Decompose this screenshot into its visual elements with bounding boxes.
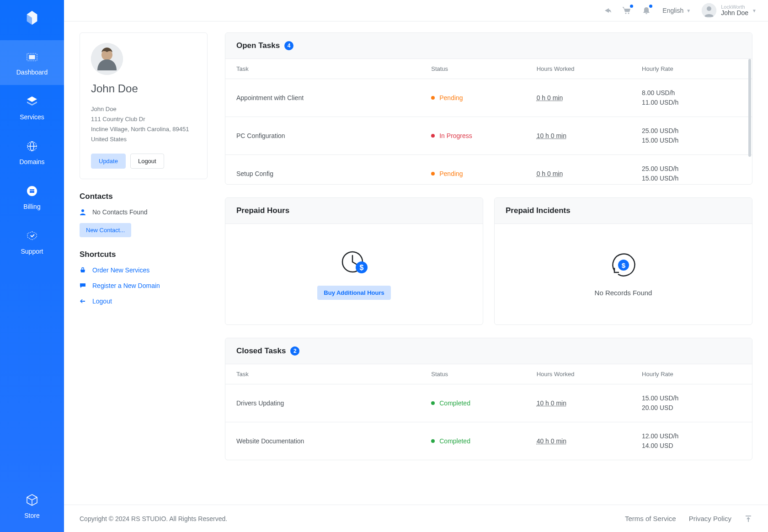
nav-services-label: Services <box>20 113 44 121</box>
cart-icon[interactable] <box>622 5 632 16</box>
share-icon[interactable] <box>603 5 613 16</box>
hours-cell: 0 h 0 min <box>526 79 631 117</box>
nav-store[interactable]: Store <box>0 483 64 532</box>
rate-cell: 25.00 USD/h15.00 USD/h <box>631 117 752 155</box>
shortcuts-section: Shortcuts Order New Services Register a … <box>80 250 208 305</box>
rate-cell: 15.00 USD/h20.00 USD <box>631 384 752 422</box>
svg-text:$: $ <box>621 261 625 269</box>
user-avatar <box>702 3 716 18</box>
status-text: Completed <box>439 399 470 407</box>
buy-hours-button[interactable]: Buy Additional Hours <box>317 286 390 300</box>
profile-address: John Doe 111 Country Club Dr Incline Vil… <box>91 104 196 144</box>
rate-cell: 25.00 USD/h15.00 USD/h <box>631 155 752 185</box>
logo-icon <box>23 9 41 27</box>
no-records-text: No Records Found <box>595 289 652 297</box>
user-info: LockWorth John Doe <box>721 4 748 16</box>
address-line: 111 Country Club Dr <box>91 114 196 124</box>
prepaid-row: Prepaid Hours $ Buy Additional Hours Pre… <box>225 197 752 325</box>
task-cell: Appointment with Client <box>225 79 420 117</box>
language-label: English <box>662 7 683 14</box>
col-rate: Hourly Rate <box>631 59 752 79</box>
open-tasks-title: Open Tasks <box>236 41 280 50</box>
shortcut-order-services[interactable]: Order New Services <box>80 266 208 274</box>
privacy-link[interactable]: Privacy Policy <box>689 515 731 522</box>
scrollbar[interactable] <box>748 59 751 157</box>
rate-cell: 12.00 USD/h14.00 USD <box>631 422 752 460</box>
table-row[interactable]: Website DocumentationCompleted40 h 0 min… <box>225 422 752 460</box>
status-cell: Completed <box>420 384 525 422</box>
prepaid-hours-header: Prepaid Hours <box>225 198 483 224</box>
copyright: Copyright © 2024 RS STUDIO. All Rights R… <box>80 515 227 522</box>
notification-badge-dot <box>649 5 652 8</box>
shortcut-logout[interactable]: Logout <box>80 298 208 305</box>
tos-link[interactable]: Terms of Service <box>625 515 676 522</box>
prepaid-incidents-title: Prepaid Incidents <box>506 206 571 215</box>
open-tasks-table: Task Status Hours Worked Hourly Rate <box>225 59 752 79</box>
profile-buttons: Update Logout <box>91 154 196 169</box>
sidebar: Dashboard Services Domains Billing Suppo… <box>0 0 64 532</box>
open-tasks-count: 4 <box>284 41 293 50</box>
user-name: John Doe <box>721 10 748 16</box>
nav-domains-label: Domains <box>19 158 44 165</box>
cart-badge-dot <box>630 5 633 8</box>
svg-text:$: $ <box>359 264 363 271</box>
services-icon <box>24 93 40 110</box>
shortcut-label: Register a New Domain <box>92 282 160 289</box>
dashboard-icon <box>24 48 40 65</box>
basket-icon <box>80 267 89 273</box>
nav-domains[interactable]: Domains <box>0 130 64 175</box>
update-button[interactable]: Update <box>91 154 126 169</box>
prepaid-incidents-header: Prepaid Incidents <box>495 198 752 224</box>
address-line: United States <box>91 134 196 144</box>
shortcuts-title: Shortcuts <box>80 250 208 259</box>
nav-services[interactable]: Services <box>0 85 64 130</box>
refresh-money-icon: $ <box>609 250 638 280</box>
language-selector[interactable]: English ▼ <box>662 7 691 14</box>
billing-icon <box>24 183 40 199</box>
nav-store-label: Store <box>24 512 39 519</box>
shortcut-register-domain[interactable]: Register a New Domain <box>80 282 208 289</box>
nav-billing-label: Billing <box>23 203 40 210</box>
address-line: John Doe <box>91 104 196 114</box>
topbar: English ▼ LockWorth John Doe ▼ <box>64 0 768 21</box>
svg-point-11 <box>707 6 711 11</box>
hours-text[interactable]: 0 h 0 min <box>537 94 563 101</box>
hours-cell: 0 h 0 min <box>526 155 631 185</box>
task-cell: Drivers Updating <box>225 384 420 422</box>
contacts-empty-text: No Contacts Found <box>92 208 148 216</box>
new-contact-button[interactable]: New Contact... <box>80 223 131 237</box>
table-row[interactable]: PC ConfigurationIn Progress10 h 0 min25.… <box>225 117 752 155</box>
status-dot-icon <box>431 439 435 443</box>
col-hours: Hours Worked <box>526 364 631 384</box>
footer: Copyright © 2024 RS STUDIO. All Rights R… <box>64 505 768 532</box>
nav-support[interactable]: Support <box>0 219 64 264</box>
hours-text[interactable]: 10 h 0 min <box>537 399 566 407</box>
task-cell: Website Documentation <box>225 422 420 460</box>
profile-name: John Doe <box>91 82 196 95</box>
left-column: John Doe John Doe 111 Country Club Dr In… <box>80 32 208 532</box>
col-status: Status <box>420 59 525 79</box>
table-row[interactable]: Appointment with ClientPending0 h 0 min8… <box>225 79 752 117</box>
status-dot-icon <box>431 134 435 138</box>
prepaid-hours-panel: Prepaid Hours $ Buy Additional Hours <box>225 197 483 325</box>
nav-billing[interactable]: Billing <box>0 175 64 219</box>
scroll-top-icon[interactable] <box>744 515 752 523</box>
nav-dashboard[interactable]: Dashboard <box>0 40 64 85</box>
chevron-down-icon: ▼ <box>686 8 691 13</box>
svg-rect-6 <box>30 189 34 193</box>
contacts-section: Contacts No Contacts Found New Contact..… <box>80 192 208 237</box>
notifications-icon[interactable] <box>641 5 651 16</box>
col-task: Task <box>225 364 420 384</box>
logout-button[interactable]: Logout <box>130 154 164 169</box>
store-icon <box>24 492 40 508</box>
table-row[interactable]: Setup ConfigPending0 h 0 min25.00 USD/h1… <box>225 155 752 185</box>
table-row[interactable]: Drivers UpdatingCompleted10 h 0 min15.00… <box>225 384 752 422</box>
status-dot-icon <box>431 96 435 100</box>
user-menu[interactable]: LockWorth John Doe ▼ <box>702 3 757 18</box>
hours-text[interactable]: 10 h 0 min <box>537 132 566 139</box>
hours-text[interactable]: 0 h 0 min <box>537 170 563 177</box>
hours-text[interactable]: 40 h 0 min <box>537 437 566 445</box>
main-content: John Doe John Doe 111 Country Club Dr In… <box>64 21 768 532</box>
back-arrow-icon <box>80 298 89 304</box>
svg-point-8 <box>625 13 627 14</box>
